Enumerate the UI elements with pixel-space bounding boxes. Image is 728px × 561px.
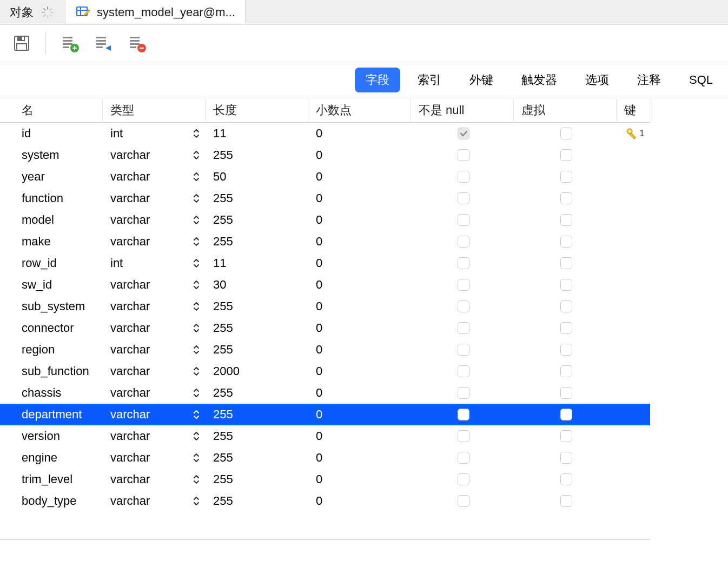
field-virtual-cell[interactable] [514, 231, 617, 252]
field-notnull-cell[interactable] [411, 447, 514, 469]
field-virtual-cell[interactable] [514, 296, 617, 317]
field-notnull-cell[interactable] [411, 360, 514, 382]
field-type-cell[interactable]: varchar [103, 317, 206, 339]
field-notnull-cell[interactable] [411, 123, 514, 144]
checkbox[interactable] [560, 495, 572, 507]
field-type-cell[interactable]: varchar [103, 166, 206, 188]
field-name-cell[interactable]: trim_level [0, 469, 103, 490]
field-notnull-cell[interactable] [411, 252, 514, 274]
checkbox[interactable] [560, 128, 572, 139]
checkbox[interactable] [560, 192, 572, 204]
tab-objects[interactable]: 对象 [0, 0, 65, 24]
field-decimal-cell[interactable]: 0 [308, 404, 411, 425]
field-type-cell[interactable]: varchar [103, 209, 206, 231]
field-length-cell[interactable]: 255 [206, 382, 308, 404]
checkbox[interactable] [560, 236, 572, 248]
field-notnull-cell[interactable] [411, 425, 514, 447]
field-decimal-cell[interactable]: 0 [308, 123, 411, 144]
field-decimal-cell[interactable]: 0 [308, 188, 411, 209]
field-key-cell[interactable] [617, 296, 650, 317]
field-decimal-cell[interactable]: 0 [308, 339, 411, 360]
col-header-name[interactable]: 名 [0, 98, 103, 123]
stepper-icon[interactable] [191, 193, 201, 203]
field-key-cell[interactable] [617, 469, 650, 490]
save-button[interactable] [12, 34, 31, 53]
field-notnull-cell[interactable] [411, 490, 514, 512]
field-decimal-cell[interactable]: 0 [308, 317, 411, 339]
field-length-cell[interactable]: 255 [206, 188, 308, 209]
checkbox[interactable] [560, 257, 572, 269]
checkbox[interactable] [458, 149, 469, 161]
stepper-icon[interactable] [191, 172, 201, 182]
stepper-icon[interactable] [191, 475, 201, 484]
field-type-cell[interactable]: varchar [103, 188, 206, 209]
field-name-cell[interactable]: version [0, 425, 103, 447]
insert-field-button[interactable] [94, 34, 113, 53]
field-virtual-cell[interactable] [514, 166, 617, 188]
field-name-cell[interactable]: chassis [0, 382, 103, 404]
field-name-cell[interactable]: model [0, 209, 103, 231]
field-name-cell[interactable]: make [0, 231, 103, 252]
field-virtual-cell[interactable] [514, 317, 617, 339]
checkbox[interactable] [560, 300, 572, 312]
field-virtual-cell[interactable] [514, 339, 617, 360]
field-notnull-cell[interactable] [411, 296, 514, 317]
field-key-cell[interactable] [617, 144, 650, 166]
field-name-cell[interactable]: engine [0, 447, 103, 469]
field-length-cell[interactable]: 2000 [206, 360, 308, 382]
field-length-cell[interactable]: 50 [206, 166, 308, 188]
field-notnull-cell[interactable] [411, 404, 514, 425]
field-length-cell[interactable]: 255 [206, 339, 308, 360]
field-name-cell[interactable]: connector [0, 317, 103, 339]
tab-sql[interactable]: SQL [678, 69, 724, 91]
add-field-button[interactable] [60, 34, 80, 53]
col-header-length[interactable]: 长度 [206, 98, 308, 123]
field-name-cell[interactable]: sw_id [0, 274, 103, 296]
field-name-cell[interactable]: function [0, 188, 103, 209]
field-key-cell[interactable]: 1 [617, 123, 650, 144]
field-decimal-cell[interactable]: 0 [308, 425, 411, 447]
col-header-virtual[interactable]: 虚拟 [514, 98, 617, 123]
col-header-key[interactable]: 键 [617, 98, 650, 123]
field-key-cell[interactable] [617, 490, 650, 512]
field-virtual-cell[interactable] [514, 274, 617, 296]
field-length-cell[interactable]: 255 [206, 447, 308, 469]
checkbox[interactable] [458, 365, 469, 377]
checkbox[interactable] [560, 149, 572, 161]
field-type-cell[interactable]: int [103, 252, 206, 274]
field-length-cell[interactable]: 255 [206, 490, 308, 512]
field-decimal-cell[interactable]: 0 [308, 144, 411, 166]
checkbox[interactable] [458, 279, 469, 291]
field-decimal-cell[interactable]: 0 [308, 252, 411, 274]
field-length-cell[interactable]: 255 [206, 209, 308, 231]
field-notnull-cell[interactable] [411, 317, 514, 339]
field-name-cell[interactable]: system [0, 144, 103, 166]
field-type-cell[interactable]: varchar [103, 296, 206, 317]
stepper-icon[interactable] [191, 410, 201, 419]
field-length-cell[interactable]: 255 [206, 404, 308, 425]
checkbox[interactable] [458, 214, 469, 226]
checkbox[interactable] [560, 322, 572, 334]
stepper-icon[interactable] [191, 129, 201, 138]
field-length-cell[interactable]: 255 [206, 317, 308, 339]
field-name-cell[interactable]: region [0, 339, 103, 360]
field-length-cell[interactable]: 255 [206, 231, 308, 252]
field-key-cell[interactable] [617, 209, 650, 231]
col-header-notnull[interactable]: 不是 null [411, 98, 514, 123]
field-virtual-cell[interactable] [514, 360, 617, 382]
field-type-cell[interactable]: varchar [103, 447, 206, 469]
field-key-cell[interactable] [617, 166, 650, 188]
stepper-icon[interactable] [191, 431, 201, 441]
field-type-cell[interactable]: varchar [103, 490, 206, 512]
field-virtual-cell[interactable] [514, 252, 617, 274]
field-notnull-cell[interactable] [411, 274, 514, 296]
field-key-cell[interactable] [617, 425, 650, 447]
field-decimal-cell[interactable]: 0 [308, 447, 411, 469]
field-length-cell[interactable]: 11 [206, 123, 308, 144]
checkbox[interactable] [458, 192, 469, 204]
field-virtual-cell[interactable] [514, 425, 617, 447]
field-decimal-cell[interactable]: 0 [308, 296, 411, 317]
stepper-icon[interactable] [191, 215, 201, 225]
checkbox[interactable] [560, 214, 572, 226]
field-notnull-cell[interactable] [411, 209, 514, 231]
